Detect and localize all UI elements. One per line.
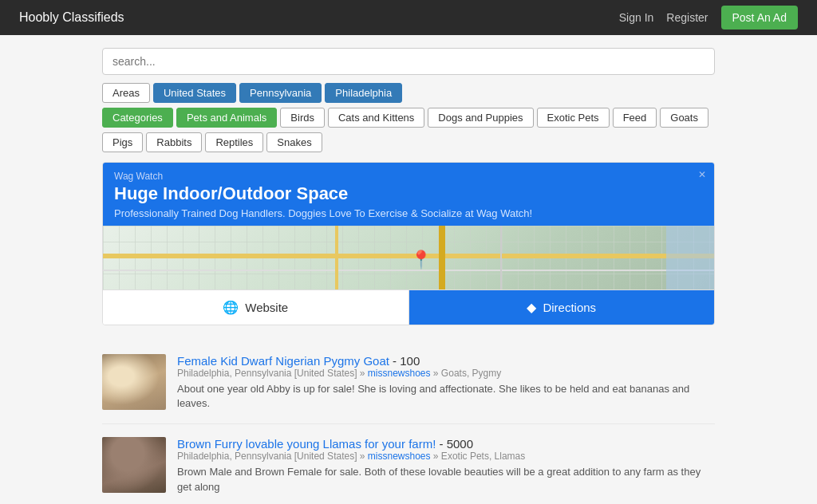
listing-image-goat <box>102 354 166 410</box>
llama-image-shape <box>102 437 166 493</box>
directions-button[interactable]: ◆ Directions <box>409 290 715 325</box>
sub-filter-row: Pigs Rabbits Reptiles Snakes <box>102 132 715 152</box>
category-filter-row: Categories Pets and Animals Birds Cats a… <box>102 108 715 128</box>
ad-label: Wag Watch <box>114 171 703 182</box>
ad-close-icon[interactable]: ✕ <box>698 169 706 180</box>
area-tag-pa[interactable]: Pennsylvania <box>239 83 322 103</box>
ad-map: 📍 <box>103 226 714 289</box>
listing-meta-llama: Philadelphia, Pennsylvania [United State… <box>177 451 715 462</box>
cat-tag-rabbits[interactable]: Rabbits <box>146 132 202 152</box>
listing-image-llama <box>102 437 166 493</box>
header-nav: Sign In Register Post An Ad <box>619 6 798 30</box>
ad-header: Wag Watch Huge Indoor/Outdoor Space Prof… <box>103 163 714 226</box>
listing-title-link-llama[interactable]: Brown Furry lovable young Llamas for you… <box>177 437 473 451</box>
website-button-label: Website <box>245 301 288 314</box>
cat-tag-categories[interactable]: Categories <box>102 108 173 128</box>
listing-price-llama: - 5000 <box>439 437 473 451</box>
listing-title-link-goat[interactable]: Female Kid Dwarf Nigerian Pygmy Goat - 1… <box>177 354 420 368</box>
cat-tag-feed[interactable]: Feed <box>613 108 657 128</box>
area-tag-areas[interactable]: Areas <box>102 83 150 103</box>
map-road-v2 <box>439 226 445 289</box>
globe-icon: 🌐 <box>223 300 239 315</box>
listing-desc-goat: About one year old Abby is up for sale! … <box>177 382 715 411</box>
ad-action-buttons: 🌐 Website ◆ Directions <box>103 289 714 325</box>
listing-seller-llama[interactable]: missnewshoes <box>368 451 431 462</box>
site-logo: Hoobly Classifieds <box>19 10 124 25</box>
cat-tag-snakes[interactable]: Snakes <box>266 132 322 152</box>
map-road-1 <box>103 254 714 258</box>
directions-icon: ◆ <box>527 300 536 315</box>
area-tag-us[interactable]: United States <box>153 83 236 103</box>
map-water <box>666 226 714 289</box>
cat-tag-birds[interactable]: Birds <box>280 108 325 128</box>
cat-tag-exotic[interactable]: Exotic Pets <box>537 108 610 128</box>
website-button[interactable]: 🌐 Website <box>103 290 409 325</box>
cat-tag-dogs[interactable]: Dogs and Puppies <box>428 108 533 128</box>
listing-item: Female Kid Dwarf Nigerian Pygmy Goat - 1… <box>102 341 715 424</box>
cat-tag-cats[interactable]: Cats and Kittens <box>328 108 424 128</box>
directions-button-label: Directions <box>543 301 596 314</box>
search-input[interactable] <box>102 48 715 75</box>
cat-tag-pets[interactable]: Pets and Animals <box>176 108 277 128</box>
goat-image-shape <box>102 354 166 410</box>
signin-link[interactable]: Sign In <box>619 11 654 24</box>
ad-banner: Wag Watch Huge Indoor/Outdoor Space Prof… <box>102 162 715 325</box>
register-link[interactable]: Register <box>666 11 708 24</box>
listing-title-llama: Brown Furry lovable young Llamas for you… <box>177 437 715 451</box>
listings-container: Female Kid Dwarf Nigerian Pygmy Goat - 1… <box>102 341 715 504</box>
map-road-v3 <box>500 226 502 289</box>
listing-desc-llama: Brown Male and Brown Female for sale. Bo… <box>177 465 715 494</box>
header: Hoobly Classifieds Sign In Register Post… <box>0 0 817 35</box>
map-pin-icon: 📍 <box>410 250 432 270</box>
listing-item: Brown Furry lovable young Llamas for you… <box>102 424 715 504</box>
listing-seller-goat[interactable]: missnewshoes <box>368 368 431 379</box>
area-tag-philly[interactable]: Philadelphia <box>325 83 402 103</box>
cat-tag-goats[interactable]: Goats <box>660 108 708 128</box>
ad-description: Professionally Trained Dog Handlers. Dog… <box>114 207 703 219</box>
listing-content-llama: Brown Furry lovable young Llamas for you… <box>177 437 715 494</box>
cat-tag-reptiles[interactable]: Reptiles <box>205 132 263 152</box>
main-content: Areas United States Pennsylvania Philade… <box>89 35 728 504</box>
post-ad-button[interactable]: Post An Ad <box>721 6 799 30</box>
listing-meta-goat: Philadelphia, Pennsylvania [United State… <box>177 368 715 379</box>
cat-tag-pigs[interactable]: Pigs <box>102 132 143 152</box>
listing-title-goat: Female Kid Dwarf Nigerian Pygmy Goat - 1… <box>177 354 715 368</box>
area-filter-row: Areas United States Pennsylvania Philade… <box>102 83 715 103</box>
listing-content-goat: Female Kid Dwarf Nigerian Pygmy Goat - 1… <box>177 354 715 411</box>
listing-price-goat: - 100 <box>393 354 420 368</box>
map-road-2 <box>103 270 714 271</box>
ad-title: Huge Indoor/Outdoor Space <box>114 183 703 204</box>
map-road-v1 <box>335 226 338 289</box>
